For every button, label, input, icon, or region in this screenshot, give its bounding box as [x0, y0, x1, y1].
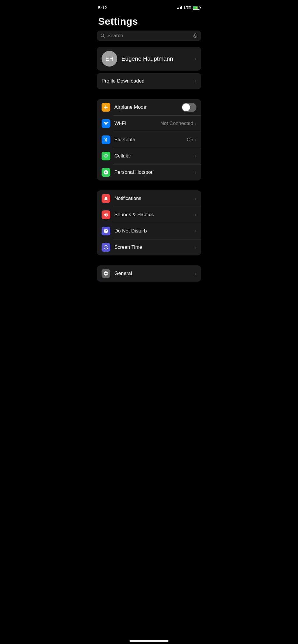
- bluetooth-icon: [103, 137, 109, 142]
- screentime-icon-wrapper: [102, 243, 110, 252]
- screentime-icon: [103, 245, 109, 250]
- gap-before-connectivity: [92, 89, 206, 99]
- svg-line-1: [104, 37, 105, 38]
- general-row[interactable]: General ›: [97, 265, 201, 282]
- hotspot-chevron: ›: [195, 170, 196, 175]
- page-title: Settings: [92, 13, 206, 29]
- gap-before-profile: [92, 44, 206, 47]
- hotspot-row[interactable]: Personal Hotspot ›: [97, 164, 201, 180]
- bluetooth-label: Bluetooth: [114, 137, 187, 143]
- sounds-icon: [103, 212, 109, 217]
- notifications-group: Notifications › Sounds & Haptics › Do No…: [97, 190, 201, 255]
- airplane-toggle-thumb: [182, 103, 190, 111]
- sounds-icon-wrapper: [102, 210, 110, 219]
- signal-bars: [177, 6, 182, 9]
- bluetooth-value: On: [187, 137, 194, 143]
- status-right: LTE ⚡: [177, 6, 200, 10]
- airplane-mode-row[interactable]: Airplane Mode: [97, 99, 201, 115]
- hotspot-icon-wrapper: [102, 168, 110, 177]
- hotspot-label: Personal Hotspot: [114, 169, 195, 175]
- status-time: 5:12: [98, 5, 107, 10]
- bolt-icon: ⚡: [195, 6, 198, 9]
- signal-bar-1: [177, 8, 178, 9]
- donotdisturb-label: Do Not Disturb: [114, 228, 195, 234]
- cellular-chevron: ›: [195, 154, 196, 158]
- notifications-icon-wrapper: [102, 194, 110, 203]
- search-bar[interactable]: Search: [97, 31, 201, 41]
- screentime-label: Screen Time: [114, 244, 195, 250]
- airplane-mode-icon-wrapper: [102, 103, 110, 112]
- general-icon-wrapper: [102, 269, 110, 278]
- svg-rect-2: [194, 34, 196, 36]
- notifications-chevron: ›: [195, 196, 196, 201]
- bluetooth-row[interactable]: Bluetooth On ›: [97, 132, 201, 148]
- airplane-mode-label: Airplane Mode: [114, 104, 182, 110]
- general-label: General: [114, 271, 195, 276]
- status-bar: 5:12 LTE ⚡: [92, 0, 206, 13]
- screentime-row[interactable]: Screen Time ›: [97, 239, 201, 255]
- general-icon: [103, 271, 109, 276]
- sounds-chevron: ›: [195, 212, 196, 217]
- avatar: EH: [102, 51, 117, 67]
- connectivity-group: Airplane Mode Wi-Fi Not Connected › Blue…: [97, 99, 201, 180]
- airplane-icon: [103, 105, 109, 110]
- sounds-label: Sounds & Haptics: [114, 212, 195, 218]
- bottom-spacer: [92, 282, 206, 305]
- lte-label: LTE: [184, 6, 191, 10]
- sounds-row[interactable]: Sounds & Haptics ›: [97, 207, 201, 223]
- general-chevron: ›: [195, 271, 196, 276]
- cellular-icon: [103, 153, 109, 159]
- mic-icon: [193, 33, 198, 38]
- profile-downloaded-chevron: ›: [195, 79, 196, 83]
- signal-bar-3: [180, 7, 181, 9]
- wifi-icon-wrapper: [102, 119, 110, 128]
- profile-chevron: ›: [195, 56, 196, 61]
- battery-icon: ⚡: [193, 6, 200, 10]
- bluetooth-chevron: ›: [195, 137, 196, 142]
- wifi-chevron: ›: [195, 121, 196, 126]
- airplane-toggle[interactable]: [182, 103, 196, 112]
- notifications-row[interactable]: Notifications ›: [97, 190, 201, 207]
- wifi-row[interactable]: Wi-Fi Not Connected ›: [97, 115, 201, 132]
- signal-bar-2: [178, 8, 179, 9]
- battery-container: ⚡: [193, 6, 200, 10]
- search-placeholder: Search: [107, 33, 191, 39]
- notifications-label: Notifications: [114, 196, 195, 201]
- gap-before-general: [92, 255, 206, 265]
- donotdisturb-icon-wrapper: [102, 227, 110, 235]
- donotdisturb-chevron: ›: [195, 229, 196, 233]
- wifi-label: Wi-Fi: [114, 121, 160, 126]
- profile-row[interactable]: EH Eugene Hauptmann ›: [97, 47, 201, 71]
- donotdisturb-row[interactable]: Do Not Disturb ›: [97, 223, 201, 239]
- cellular-label: Cellular: [114, 153, 195, 159]
- cellular-row[interactable]: Cellular ›: [97, 148, 201, 164]
- search-icon: [100, 33, 105, 38]
- search-container: Search: [92, 29, 206, 44]
- hotspot-icon: [103, 170, 109, 175]
- gap-before-notifications: [92, 180, 206, 190]
- notifications-icon: [103, 196, 109, 201]
- wifi-icon: [103, 121, 109, 126]
- screentime-chevron: ›: [195, 245, 196, 250]
- bluetooth-icon-wrapper: [102, 135, 110, 144]
- profile-downloaded-label: Profile Downloaded: [102, 78, 195, 84]
- general-group: General ›: [97, 265, 201, 282]
- profile-name: Eugene Hauptmann: [121, 56, 195, 62]
- wifi-value: Not Connected: [160, 121, 193, 126]
- cellular-icon-wrapper: [102, 152, 110, 160]
- profile-downloaded-group: Profile Downloaded ›: [97, 73, 201, 89]
- donotdisturb-icon: [103, 228, 109, 234]
- signal-bar-4: [181, 6, 182, 9]
- gap-profile-downloaded: [92, 71, 206, 73]
- profile-downloaded-row[interactable]: Profile Downloaded ›: [97, 73, 201, 89]
